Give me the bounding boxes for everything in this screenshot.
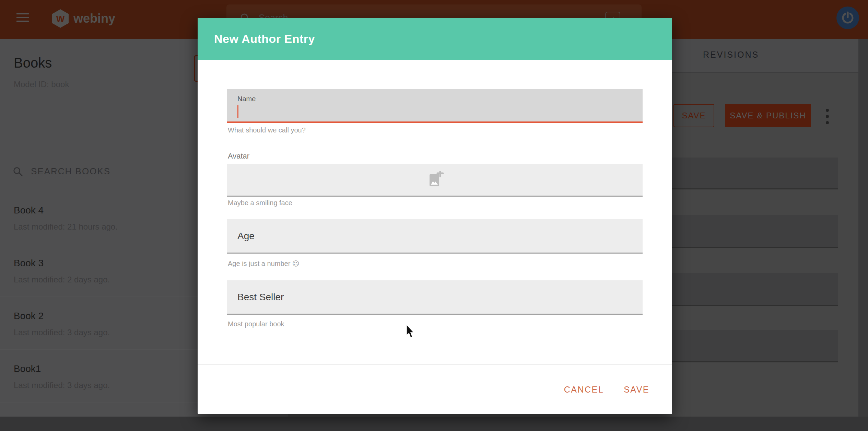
- name-field[interactable]: Name: [227, 89, 643, 123]
- age-helper-text: Age is just a number 😉: [228, 259, 300, 268]
- age-field[interactable]: Age: [227, 219, 643, 254]
- avatar-field-label: Avatar: [228, 152, 249, 161]
- add-image-icon: [426, 171, 444, 189]
- best-seller-field-label: Best Seller: [237, 292, 284, 303]
- dialog-title: New Author Entry: [214, 32, 315, 46]
- age-field-label: Age: [237, 231, 255, 242]
- new-author-entry-dialog: New Author Entry Name What should we cal…: [198, 18, 672, 414]
- dialog-header: New Author Entry: [198, 18, 672, 60]
- best-seller-field[interactable]: Best Seller: [227, 280, 643, 315]
- best-seller-helper-text: Most popular book: [228, 320, 284, 328]
- name-helper-text: What should we call you?: [228, 126, 306, 134]
- avatar-upload-dropzone[interactable]: [227, 164, 643, 197]
- text-caret: [237, 105, 238, 118]
- name-field-label: Name: [237, 95, 256, 103]
- dialog-footer: CANCEL SAVE: [198, 364, 672, 414]
- cancel-button[interactable]: CANCEL: [564, 385, 604, 395]
- app-stage: W webiny / Books Model ID: book: [0, 0, 868, 431]
- avatar-helper-text: Maybe a smiling face: [228, 199, 292, 207]
- save-button[interactable]: SAVE: [624, 385, 649, 395]
